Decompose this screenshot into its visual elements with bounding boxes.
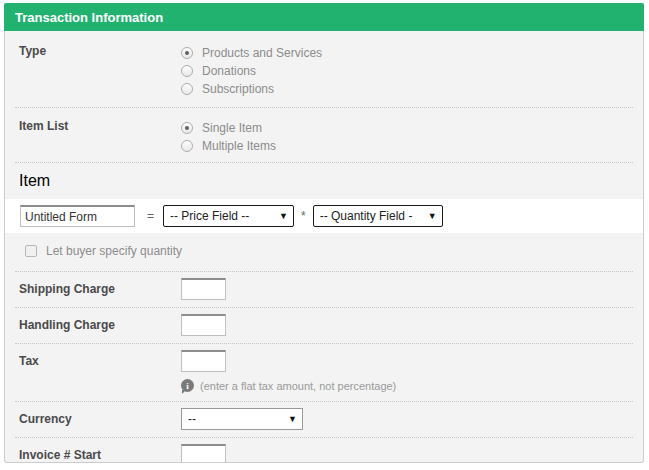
info-icon: i (181, 379, 194, 392)
radio-label: Products and Services (202, 46, 322, 60)
currency-row: Currency -- ▼ (5, 402, 643, 437)
checkbox-label: Let buyer specify quantity (46, 244, 182, 258)
shipping-charge-label: Shipping Charge (19, 282, 181, 296)
chevron-down-icon: ▼ (428, 211, 437, 221)
buyer-quantity-option[interactable]: Let buyer specify quantity (25, 242, 643, 260)
quantity-field-selected-value: -- Quantity Field - (320, 209, 413, 223)
item-list-radio-group: Single Item Multiple Items (181, 119, 276, 155)
row-separator (15, 162, 633, 163)
item-name-input[interactable] (20, 205, 135, 227)
panel-header: Transaction Information (4, 3, 644, 31)
currency-label: Currency (19, 412, 181, 426)
radio-button-icon[interactable] (181, 140, 193, 152)
shipping-charge-input[interactable] (181, 278, 226, 300)
tax-label: Tax (19, 354, 181, 368)
type-label: Type (19, 44, 181, 98)
radio-donations[interactable]: Donations (181, 62, 322, 80)
invoice-start-row: Invoice # Start i (increments after each… (5, 438, 643, 463)
multiply-symbol: * (301, 209, 306, 223)
currency-select[interactable]: -- ▼ (181, 408, 303, 430)
invoice-start-input[interactable] (181, 444, 226, 463)
radio-button-icon[interactable] (181, 47, 193, 59)
tax-input[interactable] (181, 350, 226, 372)
tax-row: Tax i (enter a flat tax amount, not perc… (5, 344, 643, 401)
currency-selected-value: -- (188, 412, 196, 426)
item-list-row: Item List Single Item Multiple Items (5, 108, 643, 162)
chevron-down-icon: ▼ (288, 414, 297, 424)
price-field-selected-value: -- Price Field -- (170, 209, 249, 223)
chevron-down-icon: ▼ (279, 211, 288, 221)
panel-body: Type Products and Services Donations Sub… (4, 31, 644, 463)
shipping-charge-row: Shipping Charge (5, 272, 643, 307)
handling-charge-label: Handling Charge (19, 318, 181, 332)
radio-label: Single Item (202, 121, 262, 135)
tax-hint-text: (enter a flat tax amount, not percentage… (200, 380, 396, 392)
panel-title: Transaction Information (15, 10, 163, 25)
radio-products-and-services[interactable]: Products and Services (181, 44, 322, 62)
item-list-label: Item List (19, 119, 181, 155)
radio-label: Donations (202, 64, 256, 78)
item-section: Item = -- Price Field -- ▼ * -- Quantity… (5, 172, 643, 260)
radio-label: Subscriptions (202, 82, 274, 96)
radio-label: Multiple Items (202, 139, 276, 153)
radio-button-icon[interactable] (181, 122, 193, 134)
quantity-field-select[interactable]: -- Quantity Field - ▼ (313, 205, 443, 227)
handling-charge-row: Handling Charge (5, 308, 643, 343)
checkbox-icon[interactable] (25, 245, 37, 257)
radio-button-icon[interactable] (181, 83, 193, 95)
handling-charge-input[interactable] (181, 314, 226, 336)
invoice-start-label: Invoice # Start (19, 448, 181, 462)
radio-single-item[interactable]: Single Item (181, 119, 276, 137)
tax-hint: i (enter a flat tax amount, not percenta… (181, 379, 643, 392)
radio-button-icon[interactable] (181, 65, 193, 77)
type-row: Type Products and Services Donations Sub… (5, 31, 643, 107)
item-label: Item (19, 172, 643, 190)
item-formula-band: = -- Price Field -- ▼ * -- Quantity Fiel… (5, 199, 643, 233)
type-radio-group: Products and Services Donations Subscrip… (181, 44, 322, 98)
radio-multiple-items[interactable]: Multiple Items (181, 137, 276, 155)
transaction-information-panel: Transaction Information Type Products an… (4, 3, 644, 463)
equals-symbol: = (147, 209, 154, 223)
price-field-select[interactable]: -- Price Field -- ▼ (163, 205, 294, 227)
radio-subscriptions[interactable]: Subscriptions (181, 80, 322, 98)
